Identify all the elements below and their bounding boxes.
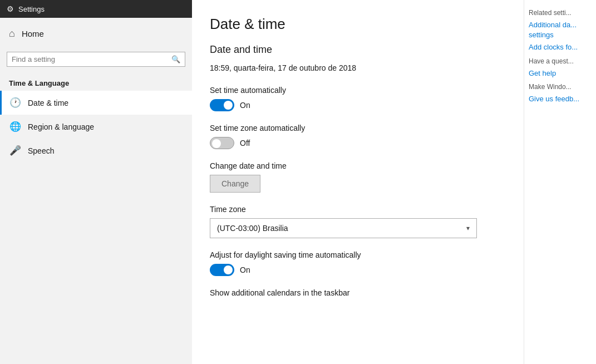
make-windows-heading: Make Windo... bbox=[529, 83, 592, 91]
daylight-toggle-container: On bbox=[210, 264, 506, 276]
home-nav-item[interactable]: ⌂ Home bbox=[0, 18, 192, 50]
sidebar-item-region-language[interactable]: 🌐 Region & language bbox=[0, 115, 192, 139]
home-label: Home bbox=[22, 29, 44, 38]
speech-icon: 🎤 bbox=[9, 145, 21, 156]
change-datetime-row: Change date and time Change bbox=[210, 161, 506, 193]
related-settings-section: Related setti... Additional da... settin… bbox=[529, 9, 592, 53]
have-question-section: Have a quest... Get help bbox=[529, 57, 592, 78]
date-time-icon: 🕐 bbox=[9, 97, 21, 109]
set-timezone-auto-toggle-container: Off bbox=[210, 137, 506, 149]
sidebar-item-speech[interactable]: 🎤 Speech bbox=[0, 139, 192, 163]
set-time-auto-row: Set time automatically On bbox=[210, 86, 506, 111]
daylight-label: Adjust for daylight saving time automati… bbox=[210, 250, 506, 259]
set-timezone-auto-toggle[interactable] bbox=[210, 137, 234, 149]
set-time-auto-thumb bbox=[224, 101, 233, 110]
set-time-auto-toggle-container: On bbox=[210, 99, 506, 111]
daylight-thumb bbox=[224, 265, 233, 274]
main-content: Date & time Date and time 18:59, quarta-… bbox=[192, 0, 524, 364]
sidebar-item-date-time-label: Date & time bbox=[28, 99, 68, 107]
timezone-label: Time zone bbox=[210, 205, 506, 214]
current-datetime: 18:59, quarta-feira, 17 de outubro de 20… bbox=[210, 63, 506, 72]
make-windows-section: Make Windo... Give us feedb... bbox=[529, 83, 592, 104]
search-icon: 🔍 bbox=[171, 55, 180, 63]
set-timezone-auto-state: Off bbox=[240, 139, 250, 147]
set-time-auto-state: On bbox=[240, 101, 250, 110]
right-panel: Related setti... Additional da... settin… bbox=[524, 0, 596, 364]
sidebar-item-region-language-label: Region & language bbox=[28, 122, 94, 131]
additional-calendars-row: Show additional calendars in the taskbar bbox=[210, 288, 506, 297]
settings-icon: ⚙ bbox=[7, 4, 14, 13]
region-language-icon: 🌐 bbox=[9, 121, 21, 132]
daylight-toggle[interactable] bbox=[210, 264, 234, 276]
additional-date-settings-link[interactable]: Additional da... settings bbox=[529, 20, 592, 40]
daylight-row: Adjust for daylight saving time automati… bbox=[210, 250, 506, 276]
change-datetime-label: Change date and time bbox=[210, 161, 506, 170]
app-title: Settings bbox=[18, 5, 45, 13]
related-settings-heading: Related setti... bbox=[529, 9, 592, 17]
sidebar: ⚙ Settings ⌂ Home 🔍 Time & Language 🕐 Da… bbox=[0, 0, 192, 364]
chevron-down-icon: ▾ bbox=[466, 224, 470, 232]
change-button[interactable]: Change bbox=[210, 175, 260, 193]
timezone-dropdown[interactable]: (UTC-03:00) Brasilia ▾ bbox=[210, 218, 477, 238]
timezone-value: (UTC-03:00) Brasilia bbox=[217, 224, 288, 233]
set-timezone-auto-thumb bbox=[212, 139, 221, 148]
have-question-heading: Have a quest... bbox=[529, 57, 592, 65]
sidebar-item-speech-label: Speech bbox=[28, 146, 54, 155]
search-box[interactable]: 🔍 bbox=[7, 52, 185, 67]
search-input[interactable] bbox=[12, 55, 168, 63]
additional-calendars-label: Show additional calendars in the taskbar bbox=[210, 288, 506, 297]
section-heading: Date and time bbox=[210, 44, 506, 56]
set-time-auto-label: Set time automatically bbox=[210, 86, 506, 95]
set-timezone-auto-label: Set time zone automatically bbox=[210, 124, 506, 132]
app-titlebar: ⚙ Settings bbox=[0, 0, 192, 18]
get-help-link[interactable]: Get help bbox=[529, 68, 592, 78]
add-clocks-link[interactable]: Add clocks fo... bbox=[529, 42, 592, 52]
daylight-state: On bbox=[240, 265, 250, 274]
home-icon: ⌂ bbox=[9, 28, 15, 40]
give-feedback-link[interactable]: Give us feedb... bbox=[529, 94, 592, 104]
set-timezone-auto-row: Set time zone automatically Off bbox=[210, 124, 506, 149]
sidebar-section-label: Time & Language bbox=[0, 73, 192, 91]
page-title: Date & time bbox=[210, 16, 506, 33]
sidebar-item-date-time[interactable]: 🕐 Date & time bbox=[0, 91, 192, 115]
timezone-row: Time zone (UTC-03:00) Brasilia ▾ bbox=[210, 205, 506, 238]
set-time-auto-toggle[interactable] bbox=[210, 99, 234, 111]
